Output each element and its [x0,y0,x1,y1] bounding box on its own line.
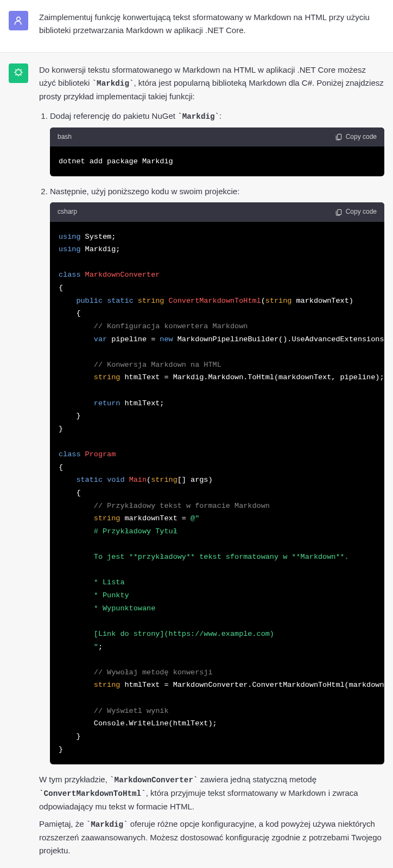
user-avatar [9,11,28,30]
outro-paragraph-2: Pamiętaj, że `Markdig` oferuje różne opc… [39,818,384,857]
svg-point-0 [17,17,21,21]
openai-icon [13,68,24,79]
code-lang-label-2: csharp [58,207,77,217]
step-2: Następnie, użyj poniższego kodu w swoim … [50,185,384,764]
inline-code-markdig-2: `Markdig` [178,112,219,121]
code-block-csharp: csharp Copy code using System; using Mar… [50,202,384,764]
code-block-bash: bash Copy code dotnet add package Markdi… [50,127,384,177]
code-header: bash Copy code [50,127,384,146]
intro-paragraph: Do konwersji tekstu sformatowanego w Mar… [39,63,384,103]
code-lang-label: bash [58,132,72,142]
code-body-bash[interactable]: dotnet add package Markdig [50,146,384,177]
step-1: Dodaj referencję do pakietu NuGet `Markd… [50,110,384,177]
user-message: Zaimplementuj funkcję konwertującą tekst… [0,0,393,53]
person-icon [13,15,24,26]
code-header-2: csharp Copy code [50,202,384,221]
copy-code-button[interactable]: Copy code [335,132,377,142]
clipboard-icon [335,208,343,216]
inline-code-mc: `MarkdownConverter` [110,776,198,784]
user-content: Zaimplementuj funkcję konwertującą tekst… [39,11,384,41]
copy-code-button-2[interactable]: Copy code [335,207,377,217]
svg-rect-1 [337,135,341,139]
assistant-message: Do konwersji tekstu sformatowanego w Mar… [0,53,393,868]
steps-list: Dodaj referencję do pakietu NuGet `Markd… [39,110,384,764]
inline-code-convert: `ConvertMarkdownToHtml` [39,789,146,798]
svg-rect-2 [337,209,341,214]
assistant-avatar [9,63,28,83]
assistant-content: Do konwersji tekstu sformatowanego w Mar… [39,63,384,861]
outro-paragraph-1: W tym przykładzie, `MarkdownConverter` z… [39,773,384,813]
code-body-csharp[interactable]: using System; using Markdig; class Markd… [50,222,384,765]
clipboard-icon [335,133,343,141]
inline-code-markdig: `Markdig` [92,79,134,88]
inline-code-markdig-3: `Markdig` [86,820,128,829]
user-text: Zaimplementuj funkcję konwertującą tekst… [39,11,384,37]
